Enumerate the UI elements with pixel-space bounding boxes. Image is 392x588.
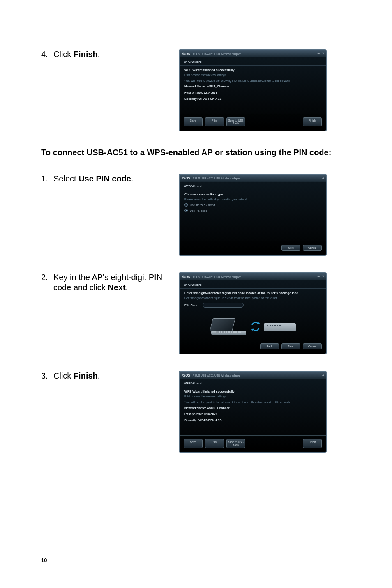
asus-logo: /SUS xyxy=(182,52,190,56)
window-buttons: – × xyxy=(318,274,324,278)
wizard-finish-heading: WPS Wizard finished successfully xyxy=(184,68,321,72)
radio-use-pin[interactable]: Use PIN code xyxy=(184,209,321,212)
step-1-bold: Use PIN code xyxy=(78,174,131,183)
cancel-button[interactable]: Cancel xyxy=(303,245,322,251)
minimize-icon[interactable]: – xyxy=(318,51,320,55)
step-3-post: . xyxy=(98,371,100,380)
step-2-row: 2. Key in the AP's eight-digit PIN code … xyxy=(41,272,351,354)
wizard-title: ASUS USB-AC51 USB Wireless adapter xyxy=(193,177,241,180)
step-2-text: 2. Key in the AP's eight-digit PIN code … xyxy=(41,272,179,293)
divider xyxy=(184,400,321,400)
window-buttons: – × xyxy=(318,51,324,55)
security: Security: WPA2-PSK AES xyxy=(184,97,321,101)
close-icon[interactable]: × xyxy=(322,176,324,180)
next-button[interactable]: Next xyxy=(281,245,300,251)
wizard-finish-sub: Print or save the wireless settings xyxy=(184,74,321,76)
wizard-choose-screenshot: /SUS ASUS USB-AC51 USB Wireless adapter … xyxy=(179,174,327,256)
wizard-breadcrumb: WPS Wizard xyxy=(180,379,326,387)
print-button[interactable]: Print xyxy=(205,439,224,448)
security: Security: WPA2-PSK AES xyxy=(184,418,321,422)
network-name: NetworkName: ASUS_Channer xyxy=(184,85,321,88)
step-3-bold: Finish xyxy=(74,371,98,380)
next-button[interactable]: Next xyxy=(281,343,300,349)
step-4-pre: Click xyxy=(53,50,74,59)
page-number: 10 xyxy=(41,557,47,563)
sync-arrows-icon xyxy=(250,321,261,332)
wizard-finish-note: *You will need to provide the following … xyxy=(184,79,321,82)
step-4-bold: Finish xyxy=(74,50,98,59)
save-usb-button[interactable]: Save to USB flash xyxy=(226,439,245,448)
step-1-pre: Select xyxy=(53,174,78,183)
radio-wps-label: Use the WPS button xyxy=(190,204,215,207)
close-icon[interactable]: × xyxy=(322,373,324,377)
wizard-footer: Save Print Save to USB flash Finish xyxy=(180,114,326,131)
wizard-breadcrumb: WPS Wizard xyxy=(180,182,326,190)
asus-logo: /SUS xyxy=(182,176,190,180)
step-4-row: 4. Click Finish. /SUS ASUS USB-AC51 USB … xyxy=(41,49,351,131)
wizard-body: Enter the eight-character digital PIN co… xyxy=(180,289,326,308)
step-2-number: 2. xyxy=(41,272,53,293)
wizard-title: ASUS USB-AC51 USB Wireless adapter xyxy=(193,276,241,278)
wizard-finish-screenshot-1: /SUS ASUS USB-AC51 USB Wireless adapter … xyxy=(179,49,327,131)
step-1-post: . xyxy=(131,174,134,183)
step-3-body: Click Finish. xyxy=(53,371,179,381)
close-icon[interactable]: × xyxy=(322,51,324,55)
step-1-number: 1. xyxy=(41,174,53,184)
pin-label: PIN Code: xyxy=(184,303,199,307)
wizard-titlebar: /SUS ASUS USB-AC51 USB Wireless adapter … xyxy=(180,372,326,379)
save-usb-button[interactable]: Save to USB flash xyxy=(226,117,245,126)
wizard-pin-screenshot: /SUS ASUS USB-AC51 USB Wireless adapter … xyxy=(179,272,327,354)
laptop-icon xyxy=(211,318,248,338)
step-1-text: 1. Select Use PIN code. xyxy=(41,174,179,184)
pin-sub: Get the eight-character digital PIN code… xyxy=(184,296,321,299)
step-3-pre: Click xyxy=(53,371,74,380)
asus-logo: /SUS xyxy=(182,373,190,377)
close-icon[interactable]: × xyxy=(322,274,324,278)
pin-input[interactable] xyxy=(203,303,244,308)
minimize-icon[interactable]: – xyxy=(318,373,320,377)
wizard-title: ASUS USB-AC51 USB Wireless adapter xyxy=(193,53,241,55)
network-name: NetworkName: ASUS_Channer xyxy=(184,406,321,410)
wizard-footer: Save Print Save to USB flash Finish xyxy=(180,435,326,452)
finish-button[interactable]: Finish xyxy=(303,117,322,126)
divider xyxy=(184,78,321,78)
window-buttons: – × xyxy=(318,373,324,377)
step-3-row: 3. Click Finish. /SUS ASUS USB-AC51 USB … xyxy=(41,371,351,453)
step-3-number: 3. xyxy=(41,371,53,381)
step-4-body: Click Finish. xyxy=(53,49,179,60)
wizard-finish-note: *You will need to provide the following … xyxy=(184,401,321,404)
back-button[interactable]: Back xyxy=(260,343,279,349)
window-buttons: – × xyxy=(318,176,324,180)
radio-pin-label: Use PIN code xyxy=(190,209,207,212)
wizard-finish-heading: WPS Wizard finished successfully xyxy=(184,390,321,393)
save-button[interactable]: Save xyxy=(184,439,203,448)
passphrase: Passphrase: 12345678 xyxy=(184,91,321,94)
step-4-number: 4. xyxy=(41,49,53,60)
router-icon xyxy=(264,323,296,331)
wizard-footer: Next Cancel xyxy=(180,241,326,255)
save-button[interactable]: Save xyxy=(184,117,203,126)
wizard-title: ASUS USB-AC51 USB Wireless adapter xyxy=(193,374,241,377)
wizard-body: Choose a connection type Please select t… xyxy=(180,190,326,216)
wizard-titlebar: /SUS ASUS USB-AC51 USB Wireless adapter … xyxy=(180,175,326,182)
finish-button[interactable]: Finish xyxy=(303,439,322,448)
radio-icon xyxy=(184,209,188,212)
wizard-titlebar: /SUS ASUS USB-AC51 USB Wireless adapter … xyxy=(180,50,326,57)
wizard-footer: Back Next Cancel xyxy=(180,340,326,354)
wizard-finish-sub: Print or save the wireless settings xyxy=(184,395,321,398)
laptop-router-illustration xyxy=(210,315,296,340)
step-2-post: . xyxy=(126,283,128,292)
wizard-body: WPS Wizard finished successfully Print o… xyxy=(180,66,326,104)
step-3-text: 3. Click Finish. xyxy=(41,371,179,381)
minimize-icon[interactable]: – xyxy=(318,274,320,278)
wizard-body: WPS Wizard finished successfully Print o… xyxy=(180,387,326,425)
radio-wps-button[interactable]: Use the WPS button xyxy=(184,203,321,207)
asus-logo: /SUS xyxy=(182,275,190,279)
wizard-breadcrumb: WPS Wizard xyxy=(180,280,326,289)
section-heading: To connect USB-AC51 to a WPS-enabled AP … xyxy=(41,148,351,157)
choose-sub: Please select the method you want to you… xyxy=(184,198,321,201)
cancel-button[interactable]: Cancel xyxy=(303,343,322,349)
choose-heading: Choose a connection type xyxy=(184,193,321,196)
minimize-icon[interactable]: – xyxy=(318,176,320,180)
print-button[interactable]: Print xyxy=(205,117,224,126)
